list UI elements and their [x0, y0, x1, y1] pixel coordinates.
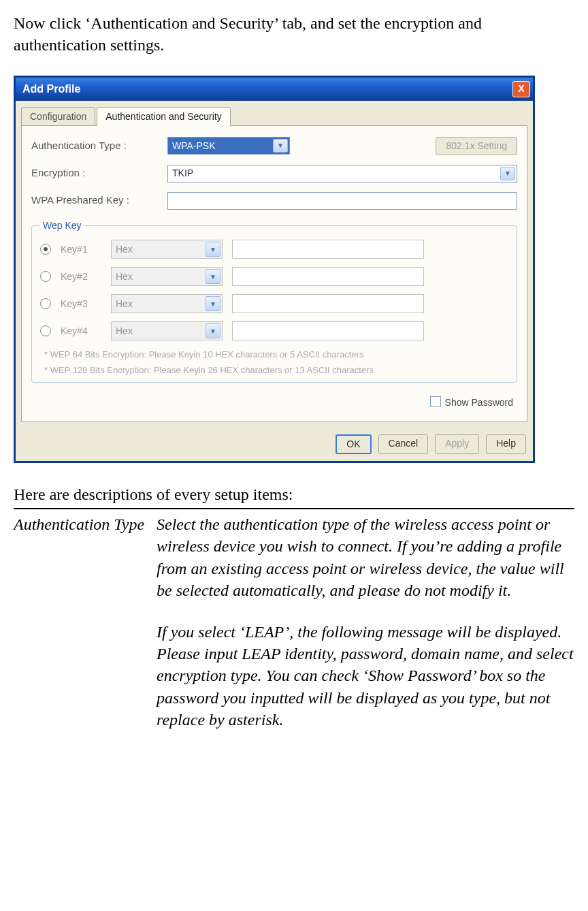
wep-row-4: Key#4 Hex ▼	[40, 321, 508, 340]
select-auth-type-value: WPA-PSK	[172, 140, 216, 153]
select-key4-type[interactable]: Hex ▼	[111, 321, 223, 340]
chevron-down-icon: ▼	[206, 269, 220, 284]
label-key4: Key#4	[61, 325, 101, 338]
show-password-row: Show Password	[31, 389, 517, 412]
wep-row-2: Key#2 Hex ▼	[40, 267, 508, 286]
label-encryption: Encryption :	[31, 166, 167, 180]
input-psk[interactable]	[167, 192, 517, 210]
desc-item-name: Authentication Type	[14, 513, 157, 750]
close-x: X	[518, 82, 524, 95]
desc-paragraph-1: Select the authentication type of the wi…	[157, 513, 574, 602]
select-key4-value: Hex	[116, 325, 133, 338]
label-psk: WPA Preshared Key :	[31, 193, 167, 207]
tab-auth-security[interactable]: Authentication and Security	[97, 107, 230, 126]
intro-text: Now click ‘Authentication and Security’ …	[14, 12, 574, 57]
add-profile-dialog: Add Profile X Configuration Authenticati…	[14, 76, 535, 463]
titlebar: Add Profile X	[16, 78, 533, 101]
label-key2: Key#2	[61, 270, 101, 283]
cancel-button[interactable]: Cancel	[378, 434, 429, 454]
label-key3: Key#3	[61, 298, 101, 310]
tab-strip: Configuration Authentication and Securit…	[16, 101, 533, 125]
tab-panel: Authentication Type : WPA-PSK ▼ 802.1x S…	[21, 125, 527, 422]
chevron-down-icon: ▼	[206, 242, 220, 257]
wep-row-1: Key#1 Hex ▼	[40, 240, 508, 259]
wep-key-group: Wep Key Key#1 Hex ▼ Key#2 Hex ▼	[31, 219, 517, 383]
select-key1-value: Hex	[116, 243, 133, 256]
dialog-button-row: OK Cancel Apply Help	[16, 428, 533, 461]
input-key1[interactable]	[232, 240, 424, 259]
select-encryption[interactable]: TKIP ▼	[167, 165, 517, 182]
chevron-down-icon: ▼	[206, 323, 220, 338]
label-show-password: Show Password	[445, 396, 513, 409]
radio-key1[interactable]	[40, 244, 51, 255]
label-auth-type: Authentication Type :	[31, 139, 167, 153]
select-auth-type[interactable]: WPA-PSK ▼	[167, 137, 290, 155]
select-key2-type[interactable]: Hex ▼	[111, 267, 223, 286]
select-key3-type[interactable]: Hex ▼	[111, 294, 223, 313]
select-key1-type[interactable]: Hex ▼	[111, 240, 223, 259]
chevron-down-icon: ▼	[500, 167, 515, 180]
select-key3-value: Hex	[116, 298, 133, 310]
radio-key4[interactable]	[40, 325, 51, 336]
input-key3[interactable]	[232, 294, 424, 313]
descriptions-table: Authentication Type Select the authentic…	[14, 513, 574, 750]
wep-hint-128: * WEP 128 Bits Encryption: Please Keyin …	[44, 364, 508, 377]
desc-paragraph-2: If you select ‘LEAP’, the following mess…	[157, 621, 574, 731]
help-button[interactable]: Help	[486, 434, 526, 454]
wep-hint-64: * WEP 64 Bits Encryption: Please Keyin 1…	[44, 349, 508, 361]
window-title: Add Profile	[22, 82, 80, 97]
row-encryption: Encryption : TKIP ▼	[31, 165, 517, 182]
label-key1: Key#1	[61, 243, 101, 256]
select-key2-value: Hex	[116, 270, 133, 283]
input-key4[interactable]	[232, 321, 424, 340]
button-8021x-setting[interactable]: 802.1x Setting	[436, 137, 517, 155]
apply-button[interactable]: Apply	[435, 434, 479, 454]
radio-key3[interactable]	[40, 298, 51, 309]
select-encryption-value: TKIP	[172, 167, 193, 180]
wep-legend: Wep Key	[40, 219, 84, 232]
row-psk: WPA Preshared Key :	[31, 192, 517, 210]
chevron-down-icon: ▼	[206, 296, 220, 311]
ok-button[interactable]: OK	[336, 434, 371, 454]
chevron-down-icon: ▼	[273, 139, 288, 153]
wep-row-3: Key#3 Hex ▼	[40, 294, 508, 313]
tab-configuration[interactable]: Configuration	[21, 107, 95, 126]
input-key2[interactable]	[232, 267, 424, 286]
radio-key2[interactable]	[40, 271, 51, 282]
close-icon[interactable]: X	[512, 81, 530, 97]
descriptions-header: Here are descriptions of every setup ite…	[14, 483, 574, 505]
checkbox-show-password[interactable]	[430, 396, 441, 407]
row-auth-type: Authentication Type : WPA-PSK ▼ 802.1x S…	[31, 137, 517, 155]
desc-item-text: Select the authentication type of the wi…	[157, 513, 574, 750]
divider	[14, 508, 574, 509]
